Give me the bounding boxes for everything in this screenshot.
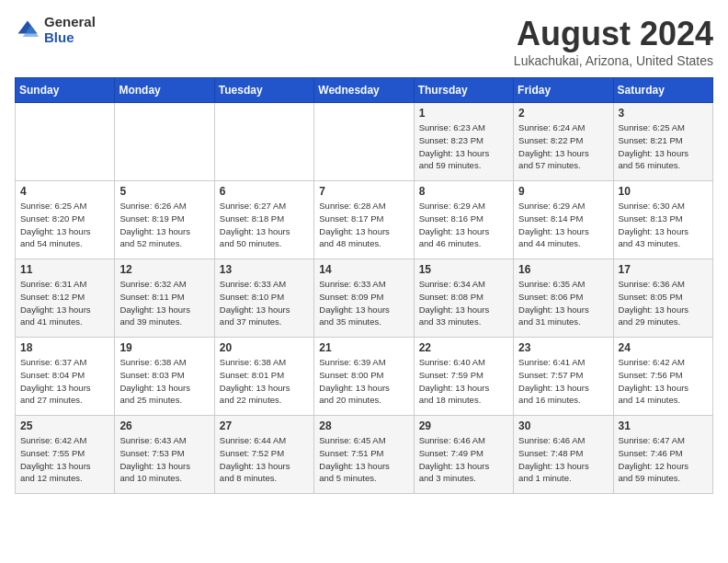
day-number: 31 [619, 419, 708, 432]
day-info: Sunrise: 6:33 AM Sunset: 8:10 PM Dayligh… [220, 278, 309, 328]
day-info: Sunrise: 6:37 AM Sunset: 8:04 PM Dayligh… [20, 356, 109, 407]
calendar-cell: 9Sunrise: 6:29 AM Sunset: 8:14 PM Daylig… [514, 181, 613, 259]
weekday-header-row: SundayMondayTuesdayWednesdayThursdayFrid… [16, 78, 713, 103]
location-subtitle: Lukachukai, Arizona, United States [514, 53, 713, 68]
day-number: 23 [518, 341, 608, 354]
calendar-cell: 10Sunrise: 6:30 AM Sunset: 8:13 PM Dayli… [613, 181, 712, 259]
day-info: Sunrise: 6:23 AM Sunset: 8:23 PM Dayligh… [419, 121, 508, 172]
calendar-cell: 16Sunrise: 6:35 AM Sunset: 8:06 PM Dayli… [514, 259, 613, 338]
month-title: August 2024 [514, 15, 713, 53]
calendar-cell: 29Sunrise: 6:46 AM Sunset: 7:49 PM Dayli… [414, 416, 513, 494]
day-info: Sunrise: 6:46 AM Sunset: 7:49 PM Dayligh… [419, 434, 508, 485]
day-info: Sunrise: 6:25 AM Sunset: 8:20 PM Dayligh… [20, 200, 109, 250]
calendar-cell: 12Sunrise: 6:32 AM Sunset: 8:11 PM Dayli… [115, 259, 214, 338]
calendar-cell: 26Sunrise: 6:43 AM Sunset: 7:53 PM Dayli… [115, 416, 214, 494]
day-number: 13 [220, 263, 309, 276]
calendar-cell: 2Sunrise: 6:24 AM Sunset: 8:22 PM Daylig… [514, 103, 613, 181]
day-info: Sunrise: 6:42 AM Sunset: 7:55 PM Dayligh… [20, 434, 109, 485]
calendar-cell: 27Sunrise: 6:44 AM Sunset: 7:52 PM Dayli… [214, 416, 313, 494]
calendar-cell: 21Sunrise: 6:39 AM Sunset: 8:00 PM Dayli… [314, 338, 414, 416]
calendar-cell: 19Sunrise: 6:38 AM Sunset: 8:03 PM Dayli… [115, 338, 214, 416]
day-info: Sunrise: 6:25 AM Sunset: 8:21 PM Dayligh… [619, 121, 708, 172]
day-number: 7 [319, 185, 408, 198]
day-info: Sunrise: 6:42 AM Sunset: 7:56 PM Dayligh… [619, 356, 708, 407]
day-info: Sunrise: 6:36 AM Sunset: 8:05 PM Dayligh… [619, 278, 708, 328]
weekday-header-tuesday: Tuesday [214, 78, 313, 103]
calendar-cell: 6Sunrise: 6:27 AM Sunset: 8:18 PM Daylig… [214, 181, 313, 259]
day-number: 20 [220, 341, 309, 354]
day-number: 6 [220, 185, 309, 198]
calendar-cell [16, 103, 115, 181]
calendar-week-row: 4Sunrise: 6:25 AM Sunset: 8:20 PM Daylig… [16, 181, 713, 259]
weekday-header-monday: Monday [115, 78, 214, 103]
day-info: Sunrise: 6:30 AM Sunset: 8:13 PM Dayligh… [619, 200, 708, 250]
calendar-cell: 15Sunrise: 6:34 AM Sunset: 8:08 PM Dayli… [414, 259, 513, 338]
day-info: Sunrise: 6:28 AM Sunset: 8:17 PM Dayligh… [319, 200, 408, 250]
day-info: Sunrise: 6:34 AM Sunset: 8:08 PM Dayligh… [419, 278, 508, 328]
calendar-cell: 8Sunrise: 6:29 AM Sunset: 8:16 PM Daylig… [414, 181, 513, 259]
day-number: 14 [319, 263, 408, 276]
day-number: 28 [319, 419, 408, 432]
calendar-cell: 25Sunrise: 6:42 AM Sunset: 7:55 PM Dayli… [16, 416, 115, 494]
weekday-header-thursday: Thursday [414, 78, 513, 103]
weekday-header-saturday: Saturday [613, 78, 712, 103]
logo-general-text: General [44, 15, 96, 30]
day-number: 11 [20, 263, 109, 276]
calendar-cell: 22Sunrise: 6:40 AM Sunset: 7:59 PM Dayli… [414, 338, 513, 416]
day-number: 19 [119, 341, 209, 354]
calendar-cell: 23Sunrise: 6:41 AM Sunset: 7:57 PM Dayli… [514, 338, 613, 416]
day-number: 18 [20, 341, 109, 354]
calendar-cell: 5Sunrise: 6:26 AM Sunset: 8:19 PM Daylig… [115, 181, 214, 259]
day-info: Sunrise: 6:44 AM Sunset: 7:52 PM Dayligh… [220, 434, 309, 485]
day-info: Sunrise: 6:45 AM Sunset: 7:51 PM Dayligh… [319, 434, 408, 485]
page-header: General Blue August 2024 Lukachukai, Ari… [15, 15, 713, 68]
day-number: 1 [419, 107, 508, 120]
day-number: 24 [619, 341, 708, 354]
logo-icon [15, 17, 40, 43]
day-info: Sunrise: 6:47 AM Sunset: 7:46 PM Dayligh… [619, 434, 708, 485]
day-number: 8 [419, 185, 508, 198]
day-number: 4 [20, 185, 109, 198]
calendar-cell: 13Sunrise: 6:33 AM Sunset: 8:10 PM Dayli… [214, 259, 313, 338]
day-number: 17 [619, 263, 708, 276]
day-info: Sunrise: 6:29 AM Sunset: 8:14 PM Dayligh… [518, 200, 608, 250]
calendar-cell: 17Sunrise: 6:36 AM Sunset: 8:05 PM Dayli… [613, 259, 712, 338]
calendar-week-row: 25Sunrise: 6:42 AM Sunset: 7:55 PM Dayli… [16, 416, 713, 494]
day-info: Sunrise: 6:46 AM Sunset: 7:48 PM Dayligh… [518, 434, 608, 485]
day-number: 29 [419, 419, 508, 432]
calendar-cell: 7Sunrise: 6:28 AM Sunset: 8:17 PM Daylig… [314, 181, 414, 259]
calendar-cell: 30Sunrise: 6:46 AM Sunset: 7:48 PM Dayli… [514, 416, 613, 494]
day-number: 22 [419, 341, 508, 354]
day-info: Sunrise: 6:40 AM Sunset: 7:59 PM Dayligh… [419, 356, 508, 407]
day-info: Sunrise: 6:35 AM Sunset: 8:06 PM Dayligh… [518, 278, 608, 328]
day-info: Sunrise: 6:38 AM Sunset: 8:03 PM Dayligh… [119, 356, 209, 407]
day-info: Sunrise: 6:27 AM Sunset: 8:18 PM Dayligh… [220, 200, 309, 250]
day-info: Sunrise: 6:39 AM Sunset: 8:00 PM Dayligh… [319, 356, 408, 407]
calendar-cell [115, 103, 214, 181]
calendar-table: SundayMondayTuesdayWednesdayThursdayFrid… [15, 77, 713, 494]
day-info: Sunrise: 6:31 AM Sunset: 8:12 PM Dayligh… [20, 278, 109, 328]
logo-text: General Blue [44, 15, 96, 45]
calendar-cell: 3Sunrise: 6:25 AM Sunset: 8:21 PM Daylig… [613, 103, 712, 181]
day-info: Sunrise: 6:26 AM Sunset: 8:19 PM Dayligh… [119, 200, 209, 250]
calendar-cell: 18Sunrise: 6:37 AM Sunset: 8:04 PM Dayli… [16, 338, 115, 416]
calendar-cell [214, 103, 313, 181]
day-number: 30 [518, 419, 608, 432]
day-info: Sunrise: 6:43 AM Sunset: 7:53 PM Dayligh… [119, 434, 209, 485]
calendar-cell [314, 103, 414, 181]
calendar-week-row: 11Sunrise: 6:31 AM Sunset: 8:12 PM Dayli… [16, 259, 713, 338]
weekday-header-friday: Friday [514, 78, 613, 103]
day-number: 10 [619, 185, 708, 198]
day-number: 5 [119, 185, 209, 198]
day-number: 21 [319, 341, 408, 354]
day-number: 9 [518, 185, 608, 198]
day-number: 15 [419, 263, 508, 276]
calendar-week-row: 1Sunrise: 6:23 AM Sunset: 8:23 PM Daylig… [16, 103, 713, 181]
calendar-cell: 1Sunrise: 6:23 AM Sunset: 8:23 PM Daylig… [414, 103, 513, 181]
logo: General Blue [15, 15, 96, 45]
calendar-cell: 11Sunrise: 6:31 AM Sunset: 8:12 PM Dayli… [16, 259, 115, 338]
day-info: Sunrise: 6:33 AM Sunset: 8:09 PM Dayligh… [319, 278, 408, 328]
calendar-cell: 28Sunrise: 6:45 AM Sunset: 7:51 PM Dayli… [314, 416, 414, 494]
weekday-header-wednesday: Wednesday [314, 78, 414, 103]
calendar-week-row: 18Sunrise: 6:37 AM Sunset: 8:04 PM Dayli… [16, 338, 713, 416]
